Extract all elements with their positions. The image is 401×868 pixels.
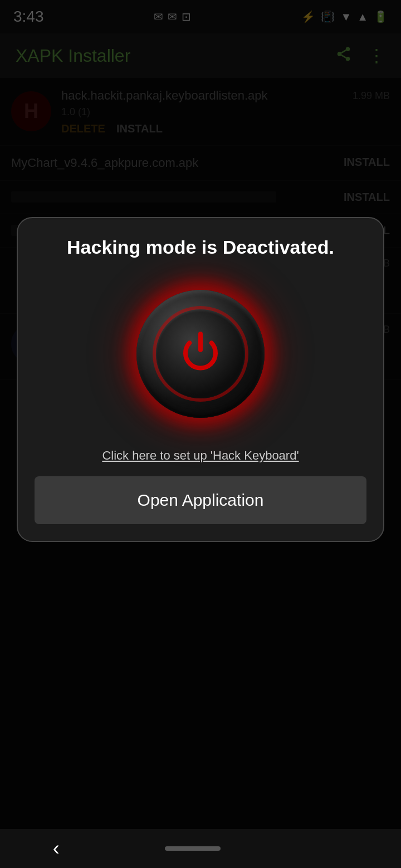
dialog-title: Hacking mode is Deactivated.: [67, 235, 334, 259]
dialog: Hacking mode is Deactivated. Click here …: [17, 217, 384, 542]
setup-keyboard-link[interactable]: Click here to set up 'Hack Keyboard': [102, 448, 299, 463]
home-indicator[interactable]: [165, 846, 221, 851]
power-inner-circle: [156, 309, 245, 398]
back-button[interactable]: ‹: [53, 837, 60, 860]
bottom-nav-bar: ‹: [0, 829, 401, 868]
open-application-button[interactable]: Open Application: [35, 476, 366, 524]
power-symbol: [175, 329, 226, 379]
power-button-graphic: [123, 276, 278, 432]
